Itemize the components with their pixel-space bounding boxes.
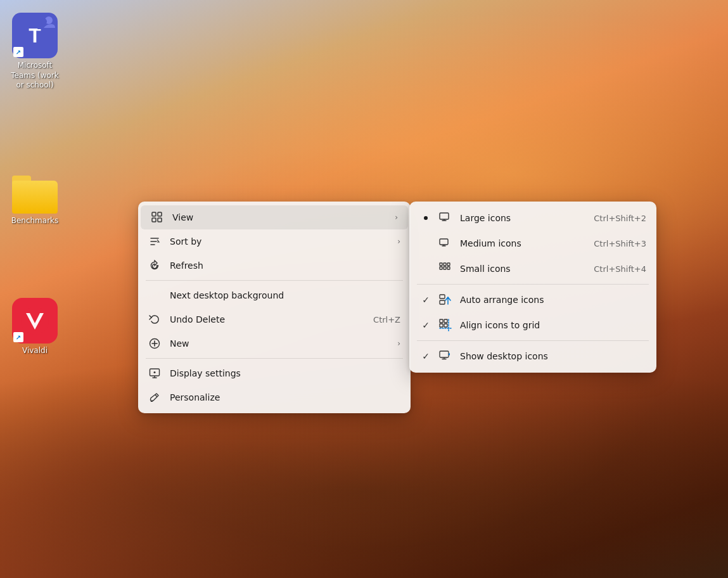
sort-by-label: Sort by <box>170 236 392 247</box>
svg-rect-26 <box>447 263 450 266</box>
view-label: View <box>172 212 390 222</box>
monitor-large-icon <box>438 211 452 225</box>
desktop-icon-teams[interactable]: T ↗ Microsoft Teams (work or school) <box>6 13 63 91</box>
context-menu: View › Sort by › Refresh Next desktop ba… <box>138 202 411 413</box>
teams-icon: T ↗ <box>12 13 58 58</box>
sort-by-arrow: › <box>397 237 400 246</box>
grid-small-icon <box>438 262 452 276</box>
svg-point-16 <box>154 371 156 373</box>
svg-line-17 <box>155 395 157 397</box>
plus-icon <box>148 337 161 350</box>
new-label: New <box>170 338 392 349</box>
grid-icon <box>151 211 163 224</box>
svg-rect-24 <box>440 263 442 266</box>
desktop-icon-vivaldi[interactable]: ↗ Vivaldi <box>6 298 63 356</box>
menu-item-next-bg[interactable]: Next desktop background <box>138 283 411 307</box>
medium-icons-shortcut: Ctrl+Shift+3 <box>594 239 646 248</box>
shortcut-arrow: ↗ <box>13 47 23 57</box>
undo-icon <box>148 313 161 326</box>
brush-icon <box>148 391 161 404</box>
menu-item-personalize[interactable]: Personalize <box>138 385 411 409</box>
svg-rect-6 <box>158 218 162 222</box>
vivaldi-label: Vivaldi <box>22 346 48 356</box>
svg-rect-3 <box>152 212 156 216</box>
svg-rect-33 <box>440 319 443 323</box>
svg-rect-27 <box>440 267 442 269</box>
refresh-label: Refresh <box>170 260 400 271</box>
view-submenu: Large icons Ctrl+Shift+2 Medium icons Ct… <box>409 202 656 373</box>
personalize-label: Personalize <box>170 392 400 402</box>
large-icons-shortcut: Ctrl+Shift+2 <box>594 214 646 223</box>
svg-rect-32 <box>440 300 445 304</box>
new-arrow: › <box>397 339 400 348</box>
sub-menu-item-medium-icons[interactable]: Medium icons Ctrl+Shift+3 <box>409 231 656 256</box>
sub-menu-item-auto-arrange[interactable]: ✓ Auto arrange icons <box>409 287 656 312</box>
svg-rect-29 <box>447 267 450 269</box>
medium-icons-label: Medium icons <box>460 238 594 248</box>
auto-arrange-icon <box>438 293 452 307</box>
svg-rect-28 <box>444 267 446 269</box>
teams-label: Microsoft Teams (work or school) <box>6 61 63 91</box>
small-icons-shortcut: Ctrl+Shift+4 <box>594 264 646 274</box>
align-grid-icon <box>438 318 452 332</box>
monitor-medium-icon <box>438 236 452 250</box>
svg-rect-21 <box>440 239 448 245</box>
menu-item-sort-by[interactable]: Sort by › <box>138 229 411 254</box>
next-bg-icon <box>148 289 161 302</box>
align-grid-check: ✓ <box>419 320 432 330</box>
sub-separator-2 <box>417 340 649 341</box>
svg-point-2 <box>21 307 49 335</box>
vivaldi-v-logo <box>21 307 49 335</box>
svg-rect-34 <box>444 319 447 323</box>
menu-item-view[interactable]: View › <box>141 205 408 229</box>
menu-item-new[interactable]: New › <box>138 331 411 356</box>
svg-rect-39 <box>440 351 449 357</box>
vivaldi-icon: ↗ <box>12 298 58 344</box>
svg-rect-5 <box>152 218 156 222</box>
svg-rect-18 <box>440 213 449 219</box>
svg-rect-30 <box>440 295 445 299</box>
desktop-icon-benchmarks[interactable]: Benchmarks <box>6 168 63 226</box>
teams-people-icon <box>37 15 55 33</box>
folder-icon <box>12 168 58 214</box>
svg-rect-25 <box>444 263 446 266</box>
svg-rect-4 <box>158 212 162 216</box>
svg-rect-35 <box>440 324 443 327</box>
benchmarks-label: Benchmarks <box>11 216 59 226</box>
sub-menu-item-small-icons[interactable]: Small icons Ctrl+Shift+4 <box>409 256 656 281</box>
undo-delete-label: Undo Delete <box>170 314 361 324</box>
svg-point-1 <box>41 18 47 25</box>
large-icons-label: Large icons <box>460 213 594 223</box>
sub-menu-item-show-desktop-icons[interactable]: ✓ Show desktop icons <box>409 344 656 369</box>
separator-2 <box>146 358 403 359</box>
separator-1 <box>146 280 403 281</box>
menu-item-display-settings[interactable]: Display settings <box>138 361 411 385</box>
sub-menu-item-align-grid[interactable]: ✓ Align icons to grid <box>409 312 656 338</box>
show-desktop-icons-label: Show desktop icons <box>460 351 646 361</box>
svg-rect-36 <box>444 324 447 327</box>
sort-icon <box>148 235 161 248</box>
sub-menu-item-large-icons[interactable]: Large icons Ctrl+Shift+2 <box>409 205 656 231</box>
show-desktop-icon <box>438 349 452 363</box>
display-settings-label: Display settings <box>170 368 400 378</box>
undo-delete-shortcut: Ctrl+Z <box>373 315 400 324</box>
auto-arrange-check: ✓ <box>419 295 432 305</box>
view-arrow: › <box>395 213 398 222</box>
menu-item-undo-delete[interactable]: Undo Delete Ctrl+Z <box>138 307 411 331</box>
large-icons-check <box>419 216 432 220</box>
align-grid-label: Align icons to grid <box>460 320 646 330</box>
sub-separator-1 <box>417 284 649 285</box>
refresh-icon <box>148 259 161 272</box>
display-icon <box>148 367 161 380</box>
shortcut-arrow-vivaldi: ↗ <box>13 332 23 342</box>
small-icons-label: Small icons <box>460 264 594 274</box>
next-bg-label: Next desktop background <box>170 290 400 300</box>
auto-arrange-label: Auto arrange icons <box>460 295 646 305</box>
menu-item-refresh[interactable]: Refresh <box>138 254 411 278</box>
show-desktop-check: ✓ <box>419 351 432 361</box>
